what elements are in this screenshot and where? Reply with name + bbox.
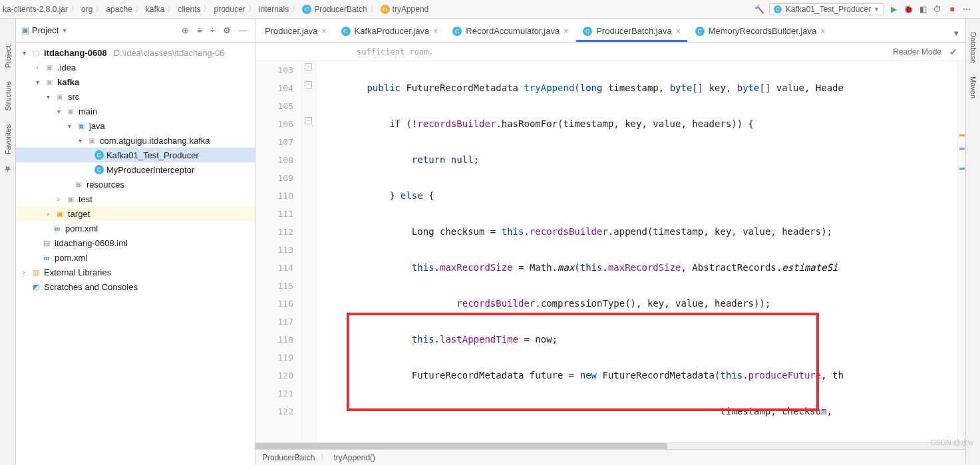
crumb[interactable]: org <box>81 5 92 14</box>
tree-root[interactable]: ▾▢itdachang-0608D:\idea\classes\itdachan… <box>16 45 255 60</box>
status-crumb-method[interactable]: tryAppend() <box>333 453 375 462</box>
project-view-label: Project <box>32 25 59 35</box>
hide-icon[interactable]: — <box>237 25 249 35</box>
chevron-right-icon: 〉 <box>202 3 212 15</box>
package-icon: ▣ <box>86 135 97 146</box>
horizontal-scrollbar[interactable] <box>255 442 965 449</box>
tab-producerbatch[interactable]: CProducerBatch.java× <box>576 22 687 42</box>
line-gutter: 103104105106 107108109110 111112113114 1… <box>255 61 302 442</box>
profile-icon[interactable]: ⏱ <box>932 4 943 15</box>
close-icon[interactable]: × <box>564 27 568 36</box>
crumb[interactable]: producer <box>214 5 245 14</box>
chevron-down-icon: ▼ <box>874 6 880 13</box>
crumb[interactable]: kafka <box>146 5 165 14</box>
hint-text: sufficient room. <box>263 47 434 57</box>
more-icon[interactable]: ⋯ <box>961 4 972 15</box>
tree-node-class-interceptor[interactable]: CMyProducerInterceptor <box>16 162 255 177</box>
module-icon: ▢ <box>31 47 41 58</box>
class-icon: C <box>341 27 351 36</box>
chevron-right-icon: 〉 <box>369 3 379 15</box>
library-icon: ▥ <box>31 267 41 277</box>
crumb[interactable]: ka-clients-2.8.0.jar <box>3 5 68 14</box>
run-config-selector[interactable]: C Kafka01_Test_Producer ▼ <box>769 3 884 15</box>
fold-marker[interactable]: − <box>305 117 312 124</box>
tree-node-class-kafka01[interactable]: CKafka01_Test_Producer <box>16 148 255 162</box>
excluded-folder-icon: ▣ <box>55 208 65 219</box>
code-content[interactable]: public FutureRecordMetadata tryAppend(lo… <box>317 61 957 442</box>
tree-node-resources[interactable]: ▣resources <box>16 177 255 192</box>
stop-icon[interactable]: ■ <box>947 4 957 15</box>
tree-node-kafka[interactable]: ▾▣kafka <box>16 75 255 89</box>
tree-node-main[interactable]: ▾▣main <box>16 104 255 118</box>
run-toolbar: 🔨 C Kafka01_Test_Producer ▼ ▶ 🐞 ◧ ⏱ ■ ⋯ <box>749 3 977 15</box>
class-icon: C <box>695 27 705 36</box>
run-icon[interactable]: ▶ <box>888 4 899 15</box>
fold-marker[interactable]: − <box>305 63 312 71</box>
coverage-icon[interactable]: ◧ <box>917 4 928 15</box>
project-tree[interactable]: ▾▢itdachang-0608D:\idea\classes\itdachan… <box>16 43 255 465</box>
tab-kafkaproducer[interactable]: CKafkaProducer.java× <box>335 22 445 42</box>
chevron-right-icon: 〉 <box>247 3 257 15</box>
structure-tool-button[interactable]: Structure <box>4 81 12 111</box>
chevron-right-icon: 〉 <box>94 3 104 15</box>
class-icon: C <box>452 27 462 36</box>
right-tool-strip: Database Maven <box>965 19 980 465</box>
tree-node-test[interactable]: ›▣test <box>16 192 255 206</box>
class-icon: C <box>583 27 592 36</box>
favorites-tool-button[interactable]: ★Favorites <box>3 124 13 174</box>
tree-node-iml[interactable]: ▤itdachang-0608.iml <box>16 235 255 250</box>
tree-node-src[interactable]: ▾▣src <box>16 89 255 104</box>
tree-node-scratches[interactable]: ◩Scratches and Consoles <box>16 279 255 294</box>
watermark-text: CSDN @水w <box>931 438 973 448</box>
collapse-all-icon[interactable]: ÷ <box>208 25 217 35</box>
crumb[interactable]: apache <box>106 5 132 14</box>
tab-memoryrecordsbuilder[interactable]: CMemoryRecordsBuilder.java× <box>689 22 832 42</box>
error-stripe[interactable] <box>957 61 965 442</box>
editor-area: Producer.java× CKafkaProducer.java× CRec… <box>255 19 965 465</box>
tree-node-target[interactable]: ›▣target <box>16 206 255 221</box>
folder-icon: ▣ <box>55 91 65 102</box>
tab-producer[interactable]: Producer.java× <box>258 22 333 42</box>
tab-recordaccumulator[interactable]: CRecordAccumulator.java× <box>446 22 575 42</box>
show-hidden-tabs-icon[interactable]: ▾ <box>950 24 963 42</box>
settings-icon[interactable]: ⚙ <box>221 25 233 35</box>
tree-node-pom[interactable]: mpom.xml <box>16 221 255 235</box>
maven-tool-button[interactable]: Maven <box>969 77 977 98</box>
top-navigation-bar: ka-clients-2.8.0.jar〉 org〉 apache〉 kafka… <box>0 0 980 19</box>
editor-tabs: Producer.java× CKafkaProducer.java× CRec… <box>255 19 965 43</box>
project-view-selector[interactable]: ▣ Project ▼ <box>21 25 67 35</box>
folder-icon: ▣ <box>21 25 29 35</box>
project-tool-button[interactable]: Project <box>4 45 12 68</box>
reader-mode-button[interactable]: Reader Mode <box>893 47 941 57</box>
fold-gutter: − − − <box>302 61 317 442</box>
close-icon[interactable]: × <box>322 27 327 36</box>
tree-node-java[interactable]: ▾▣java <box>16 118 255 133</box>
iml-icon: ▤ <box>41 237 52 248</box>
tree-node-pom-root[interactable]: mpom.xml <box>16 250 255 265</box>
crumb[interactable]: ProducerBatch <box>314 5 367 14</box>
crumb[interactable]: clients <box>178 5 200 14</box>
resources-folder-icon: ▣ <box>73 179 84 190</box>
tree-node-package[interactable]: ▾▣com.atguigu.itdachang.kafka <box>16 133 255 148</box>
expand-all-icon[interactable]: ≡ <box>195 25 204 35</box>
tree-node-idea[interactable]: ›▣.idea <box>16 60 255 75</box>
tree-node-external-libs[interactable]: ›▥External Libraries <box>16 265 255 279</box>
close-icon[interactable]: × <box>676 27 681 36</box>
code-editor[interactable]: 103104105106 107108109110 111112113114 1… <box>255 61 965 442</box>
crumb[interactable]: tryAppend <box>393 5 429 14</box>
database-tool-button[interactable]: Database <box>969 32 977 63</box>
fold-marker[interactable]: − <box>305 81 312 88</box>
close-icon[interactable]: × <box>433 27 438 36</box>
chevron-right-icon: 〉 <box>134 3 144 15</box>
method-icon: m <box>381 5 390 14</box>
scrollbar-thumb[interactable] <box>255 443 667 449</box>
hammer-icon[interactable]: 🔨 <box>754 4 765 15</box>
scratch-icon: ◩ <box>31 281 41 292</box>
debug-icon[interactable]: 🐞 <box>903 4 913 15</box>
close-icon[interactable]: × <box>820 27 825 36</box>
maven-icon: m <box>52 223 63 233</box>
status-crumb-class[interactable]: ProducerBatch <box>262 453 315 462</box>
inspection-ok-icon[interactable]: ✔ <box>949 47 957 57</box>
crumb[interactable]: internals <box>259 5 289 14</box>
locate-icon[interactable]: ⊕ <box>180 25 191 35</box>
